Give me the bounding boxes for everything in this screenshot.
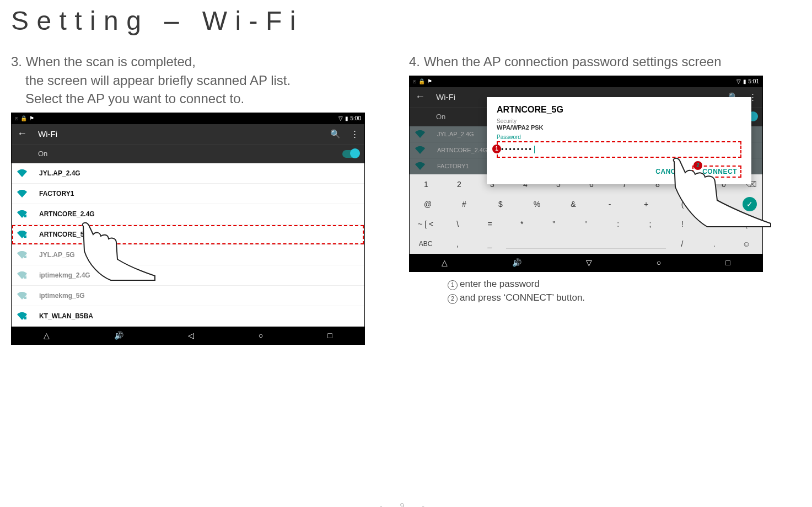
kb-key[interactable]: * — [506, 220, 538, 228]
search-icon[interactable]: 🔍 — [330, 129, 341, 139]
kb-key[interactable]: ~ [ < — [730, 220, 762, 228]
wifi-signal-icon — [17, 271, 27, 279]
ap-name: ARTNCORE_2.4G — [39, 210, 95, 218]
ap-name: FACTORY1 — [437, 163, 469, 169]
kb-comma[interactable]: , — [442, 239, 474, 248]
kb-key[interactable]: % — [519, 200, 555, 209]
kb-key[interactable]: ; — [634, 220, 666, 228]
nav-volume-icon[interactable]: 🔊 — [114, 331, 123, 340]
step-3-column: 3. When the scan is completed, the scree… — [11, 52, 365, 345]
wifi-toggle-row: On — [12, 144, 364, 163]
callout-1: 1 — [492, 145, 501, 153]
status-left-icons: ⏍🔒⚑ — [15, 115, 36, 121]
password-input[interactable]: 1 •••••••• — [497, 141, 741, 158]
svg-rect-0 — [24, 215, 26, 217]
kb-key[interactable]: + — [628, 200, 664, 209]
nav-recent-icon[interactable]: □ — [327, 331, 332, 340]
wifi-signal-icon — [17, 312, 27, 320]
page-title: Setting – Wi-Fi — [11, 6, 801, 36]
nav-up-icon[interactable]: △ — [442, 258, 448, 267]
kb-key[interactable]: ~ [ < — [410, 220, 442, 228]
kb-key[interactable]: " — [538, 220, 570, 228]
kb-key[interactable]: ? — [698, 220, 730, 228]
step-3-text: 3. When the scan is completed, the scree… — [11, 52, 365, 108]
usb-icon: ⏍ — [413, 78, 416, 84]
nav-recent-icon[interactable]: □ — [725, 258, 730, 267]
nav-bar: △ 🔊 ▽ ○ □ — [410, 254, 762, 271]
kb-key[interactable]: ' — [570, 220, 602, 228]
wifi-signal-icon — [415, 162, 425, 170]
page-footer: - 9 - — [0, 501, 812, 507]
svg-rect-2 — [24, 256, 26, 258]
app-bar: ← Wi-Fi 🔍 ⋮ — [12, 124, 364, 144]
ap-name: JYL.AP_2.4G — [39, 169, 80, 177]
ap-name: JYL.AP_5G — [39, 251, 75, 259]
nav-back-icon[interactable]: ▽ — [586, 258, 592, 267]
wifi-signal-icon — [17, 251, 27, 259]
connect-button[interactable]: CONNECT — [702, 168, 737, 175]
overflow-icon[interactable]: ⋮ — [351, 129, 359, 139]
on-label: On — [38, 150, 47, 158]
kb-key[interactable]: : — [602, 220, 634, 228]
kb-dot[interactable]: . — [698, 239, 730, 248]
kb-key[interactable]: ( — [664, 200, 701, 209]
kb-key[interactable]: = — [474, 220, 506, 228]
ap-row[interactable]: FACTORY1 — [12, 184, 364, 204]
ap-list: JYL.AP_2.4GFACTORY1ARTNCORE_2.4GARTNCORE… — [12, 163, 364, 327]
kb-key[interactable]: - — [591, 200, 628, 209]
step-4-number: 4. — [409, 54, 420, 69]
dialog-title: ARTNCORE_5G — [497, 105, 741, 115]
kb-key[interactable]: & — [555, 200, 591, 209]
kb-key[interactable]: ) — [701, 200, 737, 209]
ap-row[interactable]: JYL.AP_5G — [12, 245, 364, 265]
step-3-number: 3. — [11, 54, 22, 69]
kb-key[interactable]: ! — [666, 220, 698, 228]
ap-name: KT_WLAN_B5BA — [39, 312, 93, 320]
ap-row[interactable]: iptimekmg_2.4G — [12, 265, 364, 286]
ap-row[interactable]: KT_WLAN_B5BA — [12, 306, 364, 327]
svg-rect-3 — [24, 276, 26, 279]
nav-up-icon[interactable]: △ — [44, 331, 50, 340]
phone-screenshot-left: ⏍🔒⚑ ▽▮5:00 ← Wi-Fi 🔍 ⋮ On JYL.AP_2.4GFAC… — [11, 113, 365, 345]
kb-key[interactable]: \ — [442, 220, 474, 228]
cancel-button[interactable]: CANCEL — [655, 168, 685, 175]
kb-key[interactable]: $ — [482, 200, 519, 209]
kb-enter-icon[interactable]: ✓ — [743, 197, 757, 211]
status-bar: ⏍🔒⚑ ▽▮5:00 — [12, 113, 364, 124]
kb-key[interactable]: @ — [410, 200, 446, 209]
svg-rect-4 — [24, 297, 26, 299]
password-dialog: ARTNCORE_5G Security WPA/WPA2 PSK Passwo… — [487, 97, 751, 184]
ap-row[interactable]: iptimekmg_5G — [12, 286, 364, 306]
wifi-signal-icon — [415, 130, 425, 138]
nav-home-icon[interactable]: ○ — [259, 331, 263, 340]
wifi-signal-icon — [17, 231, 27, 238]
password-dots: •••••••• — [501, 146, 533, 153]
kb-emoji-icon[interactable]: ☺ — [730, 239, 762, 248]
nav-back-icon[interactable]: ◁ — [188, 331, 194, 340]
kb-space[interactable] — [506, 248, 666, 249]
battery-icon: ▮ — [345, 115, 348, 121]
kb-key[interactable]: 1 — [410, 180, 443, 189]
ap-row[interactable]: ARTNCORE_5G — [12, 225, 364, 245]
kb-row: ~ [ <\=*"':;!?~ [ < — [410, 214, 762, 234]
kb-abc[interactable]: ABC — [410, 240, 442, 248]
lock-icon: 🔒 — [20, 115, 27, 121]
kb-slash[interactable]: / — [666, 239, 698, 248]
note-1-icon: 1 — [448, 280, 458, 290]
kb-key[interactable]: 2 — [443, 180, 476, 189]
back-icon[interactable]: ← — [415, 91, 425, 103]
kb-key[interactable]: # — [446, 200, 482, 209]
ap-row[interactable]: JYL.AP_2.4G — [12, 163, 364, 184]
ap-row[interactable]: ARTNCORE_2.4G — [12, 204, 364, 225]
kb-underscore[interactable]: _ — [474, 239, 506, 248]
soft-keyboard: 1234567890⌫ @#$%&-+()✓ ~ [ <\=*"':;!?~ [… — [410, 174, 762, 254]
ap-name: iptimekmg_2.4G — [39, 271, 90, 279]
wifi-toggle[interactable] — [342, 150, 359, 158]
nav-home-icon[interactable]: ○ — [657, 258, 661, 267]
on-label: On — [436, 113, 445, 121]
security-value: WPA/WPA2 PSK — [497, 124, 741, 131]
nav-volume-icon[interactable]: 🔊 — [512, 258, 521, 267]
kb-row: @#$%&-+()✓ — [410, 194, 762, 214]
back-icon[interactable]: ← — [17, 128, 27, 140]
wifi-outline-icon: ▽ — [338, 115, 343, 121]
